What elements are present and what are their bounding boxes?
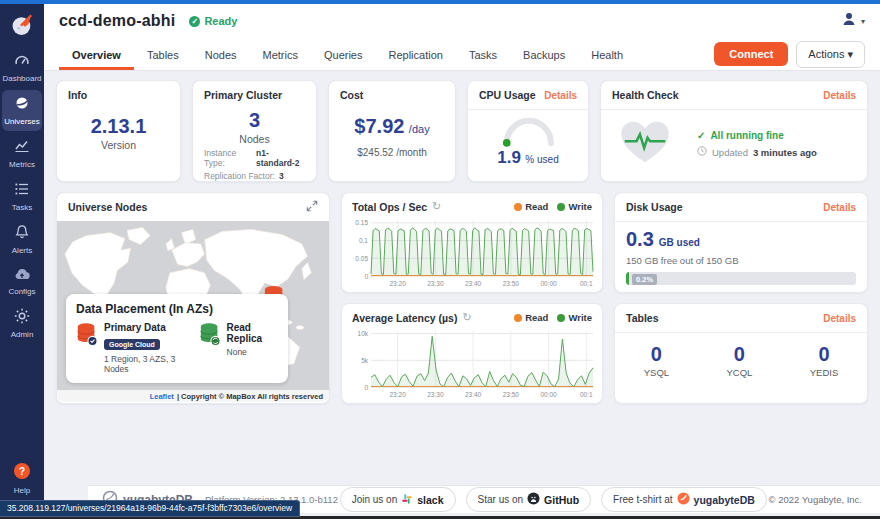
sidebar-item-help[interactable]: ? Help	[2, 457, 42, 500]
primary-cluster-card: Primary Cluster 3 Nodes Instance Type:n1…	[192, 80, 317, 182]
disk-free-text: 150 GB free out of 150 GB	[626, 255, 856, 266]
sidebar-item-admin[interactable]: Admin	[2, 303, 42, 344]
gear-icon	[14, 308, 30, 328]
expand-icon[interactable]	[306, 200, 318, 214]
svg-text:0.1: 0.1	[359, 237, 368, 244]
svg-text:0: 0	[364, 273, 368, 280]
slack-button[interactable]: Join us on slack	[340, 487, 456, 512]
yedis-stat: 0YEDIS	[810, 343, 839, 378]
updated-label: Updated	[712, 147, 748, 158]
universe-titlebar: ccd-demo-abhi ✓ Ready ▾	[44, 4, 880, 38]
health-details-link[interactable]: Details	[823, 90, 856, 101]
updated-value: 3 minutes ago	[753, 147, 817, 158]
data-placement-panel: Data Placement (In AZs) Primary Data Goo…	[66, 294, 288, 383]
chart-title: Total Ops / Sec	[352, 201, 427, 213]
tab-nodes[interactable]: Nodes	[192, 39, 250, 70]
cpu-unit: % used	[525, 154, 558, 165]
cpu-details-link[interactable]: Details	[544, 90, 577, 101]
refresh-icon[interactable]: ↻	[432, 200, 441, 213]
svg-text:23:30: 23:30	[427, 391, 444, 398]
sidebar-item-label: Alerts	[12, 246, 32, 255]
help-icon: ?	[13, 462, 31, 484]
ops-chart[interactable]: 23:2023:3023:4023:5000:0000:100.050.10.1…	[346, 216, 598, 288]
tab-replication[interactable]: Replication	[376, 39, 456, 70]
overview-content: Info 2.13.1 Version Primary Cluster 3 No…	[44, 71, 880, 516]
card-title: Disk Usage	[626, 201, 683, 213]
tshirt-brand: yugabyteDB	[694, 494, 755, 506]
ysql-count: 0	[644, 343, 669, 366]
yugabyte-logo-icon[interactable]	[0, 4, 44, 46]
tshirt-button[interactable]: Free t-shirt at yugabyteDB	[601, 487, 767, 512]
tabbar: Overview Tables Nodes Metrics Queries Re…	[44, 38, 880, 71]
write-legend-label: Write	[568, 201, 592, 212]
read-replica-value: None	[227, 347, 278, 357]
sidebar-item-dashboard[interactable]: Dashboard	[2, 47, 42, 88]
sidebar-item-alerts[interactable]: Alerts	[2, 219, 42, 260]
cpu-gauge	[496, 114, 560, 148]
universe-nodes-card: Universe Nodes	[56, 192, 330, 404]
sidebar: Dashboard Universes Metrics Tasks Alerts…	[0, 4, 44, 516]
health-status: All running fine	[710, 130, 783, 141]
card-title: Universe Nodes	[68, 201, 147, 213]
card-title: Cost	[340, 89, 363, 101]
ycql-label: YCQL	[726, 367, 752, 378]
tab-queries[interactable]: Queries	[311, 39, 376, 70]
read-legend-label: Read	[525, 312, 548, 323]
tables-details-link[interactable]: Details	[823, 313, 856, 324]
card-title: Primary Cluster	[204, 89, 282, 101]
leaflet-link[interactable]: Leaflet	[150, 392, 174, 401]
sidebar-item-tasks[interactable]: Tasks	[2, 176, 42, 217]
disk-used-unit: GB used	[659, 237, 700, 248]
slack-prefix: Join us on	[352, 494, 398, 505]
primary-data-info: 1 Region, 3 AZS, 3 Nodes	[104, 354, 187, 374]
yedis-count: 0	[810, 343, 839, 366]
database-primary-icon	[76, 322, 98, 374]
svg-text:?: ?	[19, 466, 25, 477]
tab-overview[interactable]: Overview	[59, 39, 134, 70]
page-title: ccd-demo-abhi	[59, 12, 175, 30]
nodes-label: Nodes	[193, 133, 316, 145]
chart-title: Average Latency (µs)	[352, 312, 457, 324]
sidebar-item-universes[interactable]: Universes	[2, 90, 42, 131]
svg-text:10k: 10k	[358, 330, 369, 337]
tab-health[interactable]: Health	[578, 39, 636, 70]
read-replica-item: Read Replica None	[199, 322, 278, 374]
actions-button[interactable]: Actions ▾	[796, 41, 865, 68]
disk-details-link[interactable]: Details	[823, 202, 856, 213]
tab-backups[interactable]: Backups	[510, 39, 578, 70]
tab-metrics[interactable]: Metrics	[250, 39, 311, 70]
card-title: Tables	[626, 312, 658, 324]
refresh-icon[interactable]: ↻	[462, 311, 471, 324]
tab-tables[interactable]: Tables	[134, 39, 192, 70]
cost-daily-unit: /day	[409, 123, 430, 135]
svg-text:00:00: 00:00	[540, 280, 557, 287]
yedis-label: YEDIS	[810, 367, 839, 378]
cpu-usage-card: CPU UsageDetails 1.9 % used	[467, 80, 589, 182]
tab-tasks[interactable]: Tasks	[456, 39, 510, 70]
user-menu[interactable]: ▾	[841, 11, 865, 31]
read-legend-dot	[514, 203, 522, 211]
sidebar-item-configs[interactable]: Configs	[2, 262, 42, 301]
bell-icon	[14, 224, 30, 244]
sidebar-item-label: Configs	[8, 287, 35, 296]
browser-accent-bar	[0, 0, 880, 4]
instance-type-label: Instance Type:	[204, 148, 252, 168]
sidebar-item-label: Tasks	[12, 203, 32, 212]
disk-usage-card: Disk UsageDetails 0.3GB used 150 GB free…	[614, 192, 868, 293]
chart-legend: Read Write	[514, 201, 592, 212]
latency-chart[interactable]: 23:2023:3023:4023:5000:0000:105k10k	[346, 327, 598, 399]
sidebar-item-label: Help	[14, 486, 30, 495]
svg-text:23:20: 23:20	[389, 280, 406, 287]
list-icon	[14, 181, 30, 201]
map-attribution: Leaflet | Copyright © MapBox All rights …	[57, 390, 329, 403]
placement-title: Data Placement (In AZs)	[76, 302, 278, 316]
gauge-icon	[14, 52, 30, 72]
github-label: GitHub	[544, 494, 579, 506]
instance-type-value: n1-standard-2	[256, 148, 305, 168]
svg-text:00:00: 00:00	[540, 391, 557, 398]
write-legend-dot	[557, 314, 565, 322]
sidebar-item-metrics[interactable]: Metrics	[2, 133, 42, 174]
nodes-count: 3	[193, 109, 316, 132]
connect-button[interactable]: Connect	[714, 42, 788, 66]
github-button[interactable]: Star us on GitHub	[466, 487, 592, 512]
